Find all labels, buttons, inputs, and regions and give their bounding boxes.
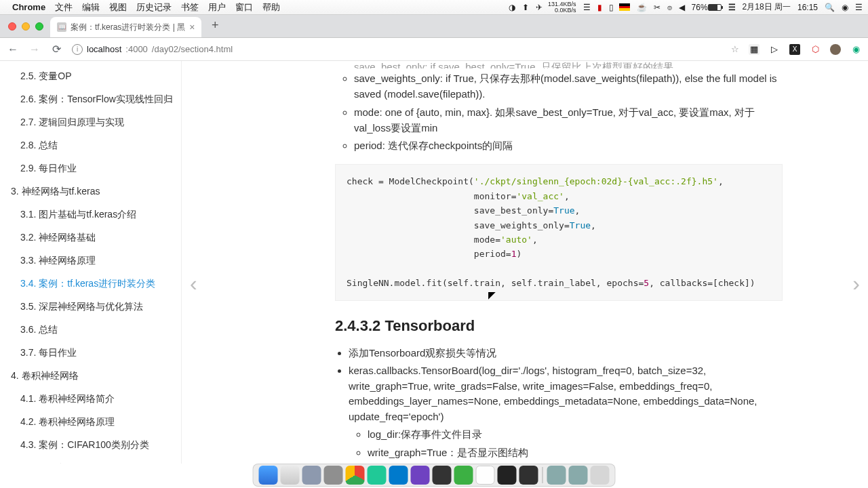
prev-page-button[interactable]: ‹ bbox=[190, 271, 197, 296]
menu-help[interactable]: 帮助 bbox=[262, 1, 280, 14]
dock-trash-icon[interactable] bbox=[591, 466, 610, 485]
content-area[interactable]: ‹ › save_best_only: if save_best_only=Tr… bbox=[182, 61, 868, 464]
ext-icon[interactable]: ▦ bbox=[749, 44, 760, 55]
menu-edit[interactable]: 编辑 bbox=[82, 1, 100, 14]
dock-safari-icon[interactable] bbox=[281, 466, 300, 485]
ext-icon[interactable]: ◉ bbox=[850, 44, 861, 55]
macos-menubar: Chrome 文件 编辑 视图 历史记录 书签 用户 窗口 帮助 ◑ ⬆ ✈ 1… bbox=[0, 0, 868, 15]
menu-window[interactable]: 窗口 bbox=[235, 1, 253, 14]
sidebar-item-4.1[interactable]: 4.1. 卷积神经网络简介 bbox=[0, 388, 181, 411]
status-icon[interactable]: ⬆ bbox=[522, 3, 529, 12]
sidebar-item-2.5[interactable]: 2.5. 变量OP bbox=[0, 65, 181, 88]
dock-terminal-icon[interactable] bbox=[498, 466, 517, 485]
ext-icon[interactable]: ⬡ bbox=[810, 44, 821, 55]
sidebar-item-4.3[interactable]: 4.3. 案例：CIFAR100类别分类 bbox=[0, 434, 181, 457]
page: 2.5. 变量OP2.6. 案例：TensorFlow实现线性回归2.7. 逻辑… bbox=[0, 61, 868, 464]
dock-vscode-icon[interactable] bbox=[389, 466, 408, 485]
bookmark-star-icon[interactable]: ☆ bbox=[731, 44, 739, 54]
time: 16:15 bbox=[797, 3, 818, 12]
sidebar-item-3.4[interactable]: 3.4. 案例：tf.keras进行时装分类 bbox=[0, 272, 181, 296]
sidebar-item-4[interactable]: 4. 卷积神经网络 bbox=[0, 365, 181, 388]
close-window-button[interactable] bbox=[8, 22, 16, 30]
close-tab-button[interactable]: × bbox=[189, 22, 195, 33]
ext-icon[interactable]: X bbox=[789, 44, 800, 55]
next-page-button[interactable]: › bbox=[852, 271, 860, 296]
status-icon[interactable]: ☰ bbox=[583, 3, 591, 12]
extensions: ▦ ▷ X ⬡ ◉ bbox=[749, 44, 861, 55]
bullet-item: write_graph=True：是否显示图结构 bbox=[368, 445, 783, 460]
menu-file[interactable]: 文件 bbox=[55, 1, 73, 14]
url-host: localhost bbox=[87, 44, 121, 54]
sidebar-item-2.9[interactable]: 2.9. 每日作业 bbox=[0, 157, 181, 180]
status-icon[interactable]: ⌾ bbox=[667, 3, 672, 12]
sidebar-item-4.4[interactable]: 4.4. 正则化 bbox=[0, 457, 181, 464]
sidebar-item-3[interactable]: 3. 神经网络与tf.keras bbox=[0, 180, 181, 203]
tab-title: 案例：tf.keras进行时装分类 | 黑 bbox=[71, 22, 185, 33]
volume-icon[interactable]: ◀ bbox=[679, 3, 685, 12]
menu-bookmarks[interactable]: 书签 bbox=[181, 1, 199, 14]
dock-finder-icon[interactable] bbox=[259, 466, 278, 485]
site-info-icon[interactable]: i bbox=[72, 44, 83, 55]
status-icon[interactable]: ☰ bbox=[728, 3, 736, 12]
scissors-icon[interactable]: ✂ bbox=[654, 3, 660, 12]
sidebar-item-3.7[interactable]: 3.7. 每日作业 bbox=[0, 342, 181, 365]
menu-history[interactable]: 历史记录 bbox=[136, 1, 172, 14]
dock-folder-icon[interactable] bbox=[569, 466, 588, 485]
sidebar-item-3.3[interactable]: 3.3. 神经网络原理 bbox=[0, 249, 181, 272]
minimize-window-button[interactable] bbox=[22, 22, 30, 30]
siri-icon[interactable]: ◉ bbox=[842, 3, 848, 12]
flag-de-icon[interactable] bbox=[619, 3, 630, 11]
dock-folder-icon[interactable] bbox=[547, 466, 566, 485]
sidebar-item-4.2[interactable]: 4.2. 卷积神经网络原理 bbox=[0, 411, 181, 434]
sidebar-item-3.6[interactable]: 3.6. 总结 bbox=[0, 319, 181, 342]
dock-chrome-icon[interactable] bbox=[346, 466, 365, 485]
dock-pycharm-icon[interactable] bbox=[368, 466, 387, 485]
spotlight-icon[interactable]: 🔍 bbox=[825, 3, 835, 12]
status-icon[interactable]: ▮ bbox=[597, 3, 602, 12]
reload-button[interactable]: ⟳ bbox=[50, 43, 62, 56]
bullet-item: mode: one of {auto, min, max}. 如果save_be… bbox=[354, 104, 783, 136]
sidebar-item-2.7[interactable]: 2.7. 逻辑回归原理与实现 bbox=[0, 111, 181, 134]
window-controls bbox=[8, 22, 43, 30]
dock-app-icon[interactable] bbox=[433, 466, 452, 485]
maximize-window-button[interactable] bbox=[35, 22, 43, 30]
menu-user[interactable]: 用户 bbox=[208, 1, 226, 14]
dock-settings-icon[interactable] bbox=[324, 466, 343, 485]
battery-percent: 76% bbox=[692, 3, 708, 12]
dock-app-icon[interactable] bbox=[411, 466, 430, 485]
url-port: :4000 bbox=[125, 44, 148, 54]
bullet-item: log_dir:保存事件文件目录 bbox=[368, 426, 783, 442]
profile-avatar[interactable] bbox=[830, 44, 841, 55]
address-bar[interactable]: i localhost:4000/day02/section4.html bbox=[72, 44, 722, 55]
sidebar-item-3.1[interactable]: 3.1. 图片基础与tf.keras介绍 bbox=[0, 203, 181, 226]
toc-sidebar[interactable]: 2.5. 变量OP2.6. 案例：TensorFlow实现线性回归2.7. 逻辑… bbox=[0, 61, 182, 464]
sidebar-item-2.8[interactable]: 2.8. 总结 bbox=[0, 134, 181, 157]
ext-icon[interactable]: ▷ bbox=[769, 44, 780, 55]
app-name[interactable]: Chrome bbox=[12, 2, 45, 12]
bullet-item: period: 迭代保存checkpoints的间隔 bbox=[354, 138, 783, 153]
sidebar-item-3.5[interactable]: 3.5. 深层神经网络与优化算法 bbox=[0, 296, 181, 319]
dock-obs-icon[interactable] bbox=[519, 466, 538, 485]
status-icon[interactable]: ◑ bbox=[509, 3, 515, 12]
back-button[interactable]: ← bbox=[7, 43, 19, 56]
macos-dock[interactable] bbox=[253, 464, 616, 487]
bullet-item: save_weights_only: if True, 只保存去那种(model… bbox=[354, 70, 783, 102]
dock-textedit-icon[interactable] bbox=[476, 466, 495, 485]
tab-favicon: 📖 bbox=[57, 22, 66, 32]
dock-app-icon[interactable] bbox=[454, 466, 473, 485]
code-block[interactable]: check = ModelCheckpoint('./ckpt/singlenn… bbox=[335, 164, 783, 301]
sidebar-item-2.6[interactable]: 2.6. 案例：TensorFlow实现线性回归 bbox=[0, 88, 181, 111]
dock-launchpad-icon[interactable] bbox=[302, 466, 321, 485]
date: 2月18日 周一 bbox=[743, 1, 791, 13]
new-tab-button[interactable]: + bbox=[207, 17, 223, 33]
sidebar-item-3.2[interactable]: 3.2. 神经网络基础 bbox=[0, 226, 181, 249]
telegram-icon[interactable]: ✈ bbox=[536, 3, 542, 12]
forward-button[interactable]: → bbox=[28, 43, 41, 56]
status-icon[interactable]: ☕ bbox=[637, 3, 647, 12]
bullet-item: keras.callbacks.TensorBoard(log_dir='./l… bbox=[349, 363, 783, 464]
notifications-icon[interactable]: ☰ bbox=[855, 3, 863, 12]
battery-icon[interactable] bbox=[708, 4, 722, 11]
menu-view[interactable]: 视图 bbox=[109, 1, 127, 14]
browser-tab[interactable]: 📖 案例：tf.keras进行时装分类 | 黑 × bbox=[50, 17, 201, 37]
status-icon[interactable]: ▯ bbox=[609, 3, 614, 12]
